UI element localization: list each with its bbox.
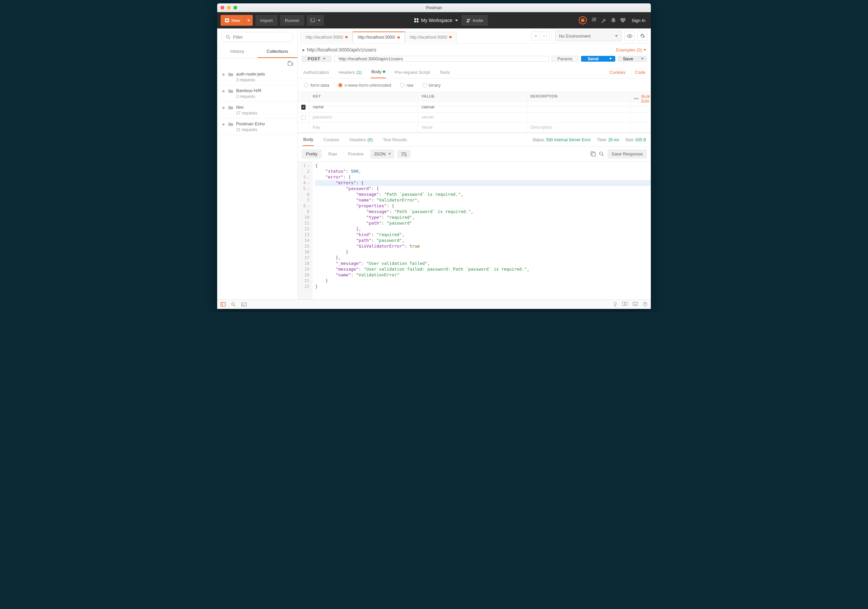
save-button[interactable]: Save — [618, 56, 647, 62]
new-tab-button[interactable]: ＋ — [531, 31, 540, 40]
code-line: }, — [315, 255, 651, 261]
sidebar: History Collections ▶ auth-node-jwts3 re… — [217, 28, 298, 299]
response-tab-cookies[interactable]: Cookies — [323, 134, 340, 146]
filter-input[interactable] — [233, 34, 290, 40]
kv-row[interactable]: ✓ namecaesar — [298, 102, 651, 112]
save-response-button[interactable]: Save Response — [608, 149, 647, 158]
breadcrumb: ▸ http://localhost:3000/api/v1/users — [302, 47, 377, 53]
wrap-lines-icon[interactable] — [397, 150, 411, 158]
folder-icon — [228, 89, 233, 93]
settings-wrench-icon[interactable] — [601, 18, 607, 23]
kv-row[interactable]: ✓ passwordsecret — [298, 112, 651, 122]
method-selector[interactable]: POST — [302, 56, 331, 62]
radio-form-data[interactable]: form-data — [304, 83, 329, 88]
runner-button[interactable]: Runner — [280, 15, 304, 26]
send-button[interactable]: Send — [581, 56, 615, 62]
tab-collections[interactable]: Collections — [257, 45, 298, 58]
radio-binary[interactable]: binary — [423, 83, 441, 88]
heart-icon[interactable] — [620, 18, 626, 23]
code-line: "$isValidatorError": true — [315, 243, 651, 249]
sidebar-toggle-icon[interactable] — [220, 302, 226, 307]
new-button-label: New — [231, 18, 240, 23]
code-line: "kind": "required", — [315, 232, 651, 238]
checkbox[interactable]: ✓ — [301, 115, 305, 120]
view-pretty[interactable]: Pretty — [302, 149, 321, 158]
find-icon[interactable] — [231, 302, 236, 307]
response-tab-test-results[interactable]: Test Results — [382, 134, 408, 146]
help-bulb-icon[interactable] — [613, 302, 617, 307]
sidebar-collection-item[interactable]: ▶ Nivi27 requests — [217, 102, 298, 119]
help-question-icon[interactable] — [643, 302, 648, 307]
sidebar-collection-item[interactable]: ▶ auth-node-jwts3 requests — [217, 69, 298, 85]
cookies-link[interactable]: Cookies — [609, 67, 626, 78]
notifications-bell-icon[interactable] — [611, 18, 616, 23]
code-link[interactable]: Code — [634, 67, 646, 78]
console-icon[interactable] — [241, 302, 246, 307]
two-pane-icon[interactable] — [622, 302, 628, 307]
request-tab[interactable]: http://localhost:3000/ — [301, 32, 353, 42]
tab-authorization[interactable]: Authorization — [302, 67, 330, 78]
sync-status-icon[interactable] — [579, 16, 587, 25]
sidebar-collection-item[interactable]: ▶ Postman Echo21 requests — [217, 119, 298, 135]
view-raw[interactable]: Raw — [324, 149, 341, 158]
sidebar-collection-item[interactable]: ▶ Bamboo H/R2 requests — [217, 85, 298, 102]
dirty-indicator-icon — [449, 36, 452, 38]
svg-point-3 — [467, 19, 469, 20]
capture-icon[interactable] — [591, 17, 597, 23]
keyboard-shortcuts-icon[interactable] — [632, 302, 638, 307]
tab-body[interactable]: Body — [370, 66, 386, 78]
maximize-window-icon[interactable] — [233, 6, 237, 9]
request-tab[interactable]: http://localhost:3000/ — [353, 31, 405, 42]
new-collection-icon[interactable] — [288, 61, 293, 66]
code-line: "message": "Path `password` is required.… — [315, 192, 651, 197]
checkbox[interactable]: ✓ — [301, 105, 305, 110]
tab-history[interactable]: History — [217, 45, 257, 58]
tab-tests[interactable]: Tests — [439, 67, 450, 78]
caret-right-icon[interactable]: ▸ — [302, 47, 305, 53]
environment-quicklook-icon[interactable] — [625, 31, 635, 41]
tab-headers[interactable]: Headers (1) — [338, 67, 363, 78]
body-changed-icon — [383, 70, 385, 73]
dirty-indicator-icon — [397, 36, 400, 39]
tab-prerequest[interactable]: Pre-request Script — [394, 67, 431, 78]
save-dropdown-caret[interactable] — [638, 58, 646, 60]
response-tab-headers[interactable]: Headers (6) — [349, 134, 374, 146]
new-window-button[interactable] — [307, 15, 324, 26]
code-line: "_message": "User validation failed", — [315, 261, 651, 267]
folder-icon — [228, 105, 233, 110]
sign-in-link[interactable]: Sign In — [630, 18, 648, 23]
new-dropdown-caret[interactable] — [244, 15, 253, 26]
sidebar-filter[interactable] — [221, 32, 293, 42]
send-dropdown-caret[interactable] — [605, 58, 615, 60]
response-tab-body[interactable]: Body — [302, 133, 314, 146]
params-button[interactable]: Params — [552, 56, 578, 62]
environment-selector[interactable]: No Environment — [555, 31, 622, 41]
minimize-window-icon[interactable] — [227, 6, 231, 9]
tab-actions-menu[interactable]: ⋯ — [541, 31, 550, 40]
examples-link[interactable]: Examples (0) — [616, 47, 646, 53]
kv-empty-row[interactable]: Key Value Description — [298, 122, 651, 133]
radio-raw[interactable]: raw — [400, 83, 414, 88]
search-response-icon[interactable] — [599, 152, 604, 157]
code-line: "error": { — [315, 174, 651, 180]
format-selector[interactable]: JSON — [370, 149, 394, 158]
invite-button[interactable]: Invite — [462, 15, 488, 26]
code-line: "errors": { — [315, 180, 651, 186]
radio-x-www-form-urlencoded[interactable]: x-www-form-urlencoded — [338, 83, 391, 88]
request-tab[interactable]: http://localhost:3000/ — [405, 32, 457, 42]
kv-more-icon[interactable]: ••• — [634, 96, 639, 101]
svg-rect-2 — [312, 18, 315, 21]
view-preview[interactable]: Preview — [344, 149, 367, 158]
svg-point-4 — [595, 18, 596, 19]
close-window-icon[interactable] — [220, 6, 224, 9]
titlebar: Postman — [217, 3, 651, 12]
url-input[interactable]: http://localhost:3000/api/v1/users — [334, 56, 549, 62]
import-button[interactable]: Import — [256, 15, 277, 26]
caret-right-icon: ▶ — [223, 73, 225, 76]
dirty-indicator-icon — [345, 36, 347, 38]
new-button[interactable]: New — [220, 15, 253, 26]
environment-settings-icon[interactable] — [637, 31, 648, 41]
copy-response-icon[interactable] — [591, 152, 595, 157]
workspace-selector[interactable]: My Workspace — [414, 18, 458, 23]
code-line: "path": "password" — [315, 220, 651, 226]
